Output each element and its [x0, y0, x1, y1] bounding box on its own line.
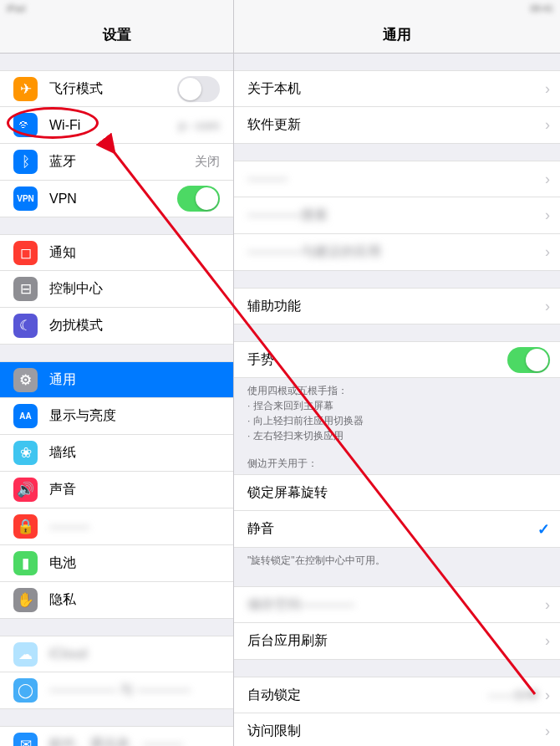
- detail-row[interactable]: 储存空间————›: [234, 586, 560, 623]
- detail-row[interactable]: 手势: [234, 341, 560, 378]
- chevron-icon: ›: [545, 687, 550, 704]
- sidebar-item-mail[interactable]: ✉邮件、通讯录、———: [0, 726, 233, 746]
- settings-title: 设置: [0, 17, 233, 54]
- gesture-footer: 使用四根或五根手指：· 捏合来回到主屏幕· 向上轻扫前往应用切换器· 左右轻扫来…: [234, 378, 560, 445]
- side-switch-header: 侧边开关用于：: [234, 445, 560, 474]
- airplane-icon-toggle[interactable]: [177, 76, 220, 102]
- detail-row[interactable]: 辅助功能›: [234, 288, 560, 324]
- sidebar-label: 勿扰模式: [49, 317, 220, 335]
- privacy-icon: ✋: [13, 588, 38, 612]
- chevron-icon: ›: [545, 632, 550, 650]
- detail-label: 手势: [247, 351, 507, 369]
- settings-sidebar: iPad 设置 ✈飞行模式ᯤWi-Fip···comᛒ蓝牙关闭VPNVPN◻通知…: [0, 0, 234, 746]
- option-label: 锁定屏幕旋转: [247, 484, 550, 502]
- chevron-icon: ›: [545, 298, 550, 315]
- wifi-icon: ᯤ: [13, 113, 38, 137]
- sidebar-item-control-center[interactable]: ⊟控制中心: [0, 271, 233, 308]
- detail-label: 储存空间————: [247, 596, 538, 614]
- detail-label: 辅助功能: [247, 298, 538, 315]
- sidebar-item-display[interactable]: AA显示与亮度: [0, 398, 233, 435]
- status-bar-right: 09:41: [234, 0, 560, 17]
- status-carrier: iPad: [7, 3, 25, 13]
- sidebar-item-wallpaper[interactable]: ❀墙纸: [0, 435, 233, 472]
- sidebar-item-wifi[interactable]: ᯤWi-Fip···com: [0, 107, 233, 144]
- touchid-icon: 🔒: [13, 514, 38, 539]
- detail-label: ————与建议的应用: [247, 243, 538, 261]
- general-icon: ⚙: [13, 368, 38, 392]
- sidebar-label: VPN: [49, 192, 177, 207]
- side-switch-option[interactable]: 锁定屏幕旋转: [234, 474, 560, 511]
- sidebar-item-battery[interactable]: ▮电池: [0, 545, 233, 582]
- display-icon: AA: [13, 404, 38, 428]
- sidebar-label: 控制中心: [49, 280, 220, 298]
- sidebar-item-vpn[interactable]: VPNVPN: [0, 181, 233, 217]
- sidebar-label: 电池: [49, 554, 220, 572]
- wallpaper-icon: ❀: [13, 441, 38, 465]
- sidebar-label: 声音: [49, 481, 220, 498]
- detail-toggle[interactable]: [507, 347, 550, 373]
- detail-label: 关于本机: [247, 80, 538, 98]
- sidebar-item-airplane[interactable]: ✈飞行模式: [0, 70, 233, 107]
- chevron-icon: ›: [545, 207, 550, 224]
- itunes-icon: ◯: [13, 678, 38, 703]
- sidebar-item-notifications[interactable]: ◻通知: [0, 234, 233, 271]
- detail-title: 通用: [234, 17, 560, 54]
- status-time: 09:41: [530, 3, 553, 13]
- detail-row[interactable]: 访问限制›: [234, 713, 560, 746]
- detail-panel: 09:41 通用 关于本机›软件更新›———›————搜索›————与建议的应用…: [234, 0, 560, 746]
- bluetooth-icon: ᛒ: [13, 150, 38, 174]
- dnd-icon: ☾: [13, 314, 38, 338]
- sidebar-item-touchid[interactable]: 🔒———: [0, 508, 233, 545]
- sidebar-label: 显示与亮度: [49, 407, 220, 425]
- detail-label: 后台应用刷新: [247, 632, 538, 650]
- sidebar-label: 飞行模式: [49, 80, 177, 98]
- chevron-icon: ›: [545, 171, 550, 188]
- sidebar-value: 关闭: [195, 154, 220, 170]
- side-switch-footer: "旋转锁定"在控制中心中可用。: [234, 548, 560, 570]
- mail-icon: ✉: [13, 733, 38, 747]
- sidebar-item-sounds[interactable]: 🔊声音: [0, 472, 233, 508]
- sidebar-value: p···com: [179, 118, 220, 132]
- notifications-icon: ◻: [13, 241, 38, 265]
- detail-value: ——分钟: [488, 687, 538, 703]
- option-label: 静音: [247, 520, 537, 538]
- checkmark-icon: ✓: [537, 520, 550, 539]
- sidebar-label: 蓝牙: [49, 153, 195, 171]
- sounds-icon: 🔊: [13, 478, 38, 502]
- sidebar-label: 隐私: [49, 591, 220, 609]
- detail-row[interactable]: ———›: [234, 161, 560, 197]
- status-bar-left: iPad: [0, 0, 233, 17]
- control-center-icon: ⊟: [13, 277, 38, 301]
- detail-label: 软件更新: [247, 116, 538, 134]
- detail-row[interactable]: 后台应用刷新›: [234, 623, 560, 660]
- chevron-icon: ›: [545, 596, 550, 614]
- detail-row[interactable]: ————与建议的应用›: [234, 234, 560, 271]
- detail-row[interactable]: 自动锁定——分钟›: [234, 677, 560, 713]
- sidebar-label: 通用: [49, 371, 220, 389]
- detail-label: 自动锁定: [247, 687, 488, 704]
- detail-label: ———: [247, 171, 538, 186]
- sidebar-item-dnd[interactable]: ☾勿扰模式: [0, 308, 233, 345]
- side-switch-option[interactable]: 静音✓: [234, 511, 560, 548]
- detail-row[interactable]: ————搜索›: [234, 197, 560, 234]
- sidebar-item-general[interactable]: ⚙通用: [0, 361, 233, 398]
- chevron-icon: ›: [545, 80, 550, 98]
- vpn-icon-toggle[interactable]: [177, 186, 220, 212]
- sidebar-label: 墙纸: [49, 444, 220, 462]
- chevron-icon: ›: [545, 116, 550, 134]
- sidebar-label: ————— 与 ————: [49, 682, 220, 699]
- sidebar-item-bluetooth[interactable]: ᛒ蓝牙关闭: [0, 144, 233, 181]
- sidebar-item-icloud[interactable]: ☁iCloud: [0, 636, 233, 672]
- detail-label: ————搜索: [247, 207, 538, 224]
- detail-row[interactable]: 关于本机›: [234, 70, 560, 107]
- airplane-icon: ✈: [13, 77, 38, 101]
- sidebar-label: Wi-Fi: [49, 118, 179, 133]
- detail-row[interactable]: 软件更新›: [234, 107, 560, 144]
- sidebar-label: 邮件、通讯录、———: [49, 736, 220, 747]
- chevron-icon: ›: [545, 723, 550, 740]
- sidebar-item-privacy[interactable]: ✋隐私: [0, 582, 233, 619]
- sidebar-label: iCloud: [49, 646, 220, 662]
- sidebar-label: ———: [49, 519, 220, 534]
- sidebar-item-itunes[interactable]: ◯————— 与 ————: [0, 672, 233, 709]
- detail-label: 访问限制: [247, 723, 538, 740]
